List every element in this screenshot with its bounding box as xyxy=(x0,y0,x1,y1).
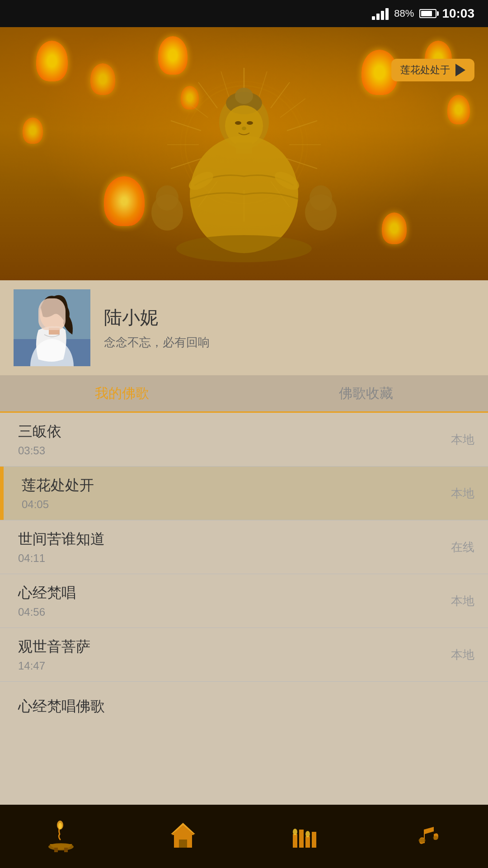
song-info: 心经梵唱 04:56 xyxy=(14,583,76,618)
svg-point-48 xyxy=(293,829,297,835)
svg-rect-49 xyxy=(305,836,310,848)
svg-rect-44 xyxy=(179,840,187,848)
nav-incense[interactable] xyxy=(0,805,122,868)
svg-point-52 xyxy=(418,838,426,843)
song-info: 世间苦谁知道 04:11 xyxy=(14,529,105,565)
profile-motto: 念念不忘，必有回响 xyxy=(104,335,210,350)
svg-point-50 xyxy=(305,831,310,837)
nav-note[interactable] xyxy=(366,805,488,868)
song-info: 三皈依 03:53 xyxy=(14,422,61,457)
active-indicator xyxy=(0,467,4,520)
song-info: 莲花处处开 04:05 xyxy=(14,476,94,511)
signal-icon xyxy=(372,7,389,20)
nav-home[interactable] xyxy=(122,805,244,868)
battery-icon xyxy=(419,9,436,18)
status-bar: 88% 10:03 xyxy=(0,0,488,27)
song-info: 观世音菩萨 14:47 xyxy=(14,637,90,672)
svg-line-4 xyxy=(287,121,317,131)
svg-point-40 xyxy=(58,823,62,829)
svg-rect-41 xyxy=(54,848,58,852)
song-item[interactable]: 世间苦谁知道 04:11 在线 xyxy=(0,520,488,574)
svg-point-31 xyxy=(156,185,178,211)
svg-point-22 xyxy=(235,121,241,125)
status-icons: 88% 10:03 xyxy=(372,6,474,21)
svg-rect-42 xyxy=(64,848,68,852)
hero-image: 莲花处处于 xyxy=(0,27,488,280)
song-item[interactable]: 心经梵唱 04:56 本地 xyxy=(0,574,488,628)
svg-rect-37 xyxy=(49,328,60,335)
clock: 10:03 xyxy=(442,6,474,21)
tab-collection[interactable]: 佛歌收藏 xyxy=(244,375,488,411)
svg-rect-46 xyxy=(293,834,297,848)
svg-line-10 xyxy=(171,121,201,131)
profile-section: 陆小妮 念念不忘，必有回响 xyxy=(0,280,488,375)
now-playing-badge[interactable]: 莲花处处于 xyxy=(391,59,474,81)
play-icon[interactable] xyxy=(455,64,465,76)
svg-point-23 xyxy=(247,121,253,125)
tabs-section: 我的佛歌 佛歌收藏 xyxy=(0,375,488,413)
svg-point-53 xyxy=(433,836,438,840)
song-item[interactable]: 莲花处处开 04:05 本地 xyxy=(0,467,488,520)
song-list: 三皈依 03:53 本地 莲花处处开 04:05 本地 世间苦谁知道 04:11… xyxy=(0,413,488,805)
nav-music[interactable] xyxy=(244,805,366,868)
svg-point-20 xyxy=(235,88,253,104)
svg-rect-47 xyxy=(299,830,304,848)
svg-rect-35 xyxy=(14,339,90,366)
buddha-image xyxy=(131,54,357,280)
song-item[interactable]: 三皈依 03:53 本地 xyxy=(0,413,488,467)
content-area: 莲花处处于 xyxy=(0,27,488,805)
profile-info: 陆小妮 念念不忘，必有回响 xyxy=(104,305,210,350)
song-item[interactable]: 心经梵唱佛歌 xyxy=(0,682,488,731)
battery-percentage: 88% xyxy=(394,8,414,19)
song-info: 心经梵唱佛歌 xyxy=(14,697,105,717)
now-playing-title: 莲花处处于 xyxy=(400,63,450,77)
profile-name: 陆小妮 xyxy=(104,305,210,330)
avatar[interactable] xyxy=(14,289,90,366)
song-item[interactable]: 观世音菩萨 14:47 本地 xyxy=(0,628,488,682)
svg-point-33 xyxy=(310,185,332,211)
svg-rect-51 xyxy=(312,832,316,848)
tab-my-songs[interactable]: 我的佛歌 xyxy=(0,375,244,411)
svg-point-24 xyxy=(242,127,246,130)
bottom-navigation xyxy=(0,805,488,868)
svg-point-29 xyxy=(176,235,312,262)
